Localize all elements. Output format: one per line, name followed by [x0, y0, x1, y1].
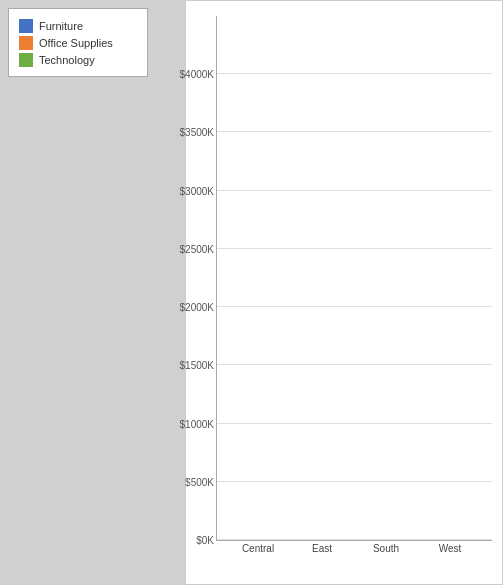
y-tick-label: $500K	[185, 476, 214, 487]
legend-item-label: Furniture	[39, 20, 83, 32]
legend-items: Furniture Office Supplies Technology	[19, 19, 137, 67]
x-axis-label: Central	[233, 543, 283, 554]
y-tick-label: $3000K	[180, 185, 214, 196]
y-tick-label: $3500K	[180, 127, 214, 138]
y-tick-label: $1000K	[180, 418, 214, 429]
legend-item: Technology	[19, 53, 137, 67]
y-tick-label: $4000K	[180, 69, 214, 80]
y-tick-label: $1500K	[180, 360, 214, 371]
y-axis-label	[196, 16, 216, 554]
chart-inner: $0K$500K$1000K$1500K$2000K$2500K$3000K$3…	[196, 16, 492, 554]
legend-color-swatch	[19, 36, 33, 50]
y-tick-label: $2500K	[180, 243, 214, 254]
chart-body: $0K$500K$1000K$1500K$2000K$2500K$3000K$3…	[216, 16, 492, 554]
y-tick-label: $0K	[196, 535, 214, 546]
legend-color-swatch	[19, 19, 33, 33]
grid-and-bars: $0K$500K$1000K$1500K$2000K$2500K$3000K$3…	[216, 16, 492, 541]
legend-item-label: Technology	[39, 54, 95, 66]
legend-item-label: Office Supplies	[39, 37, 113, 49]
legend-color-swatch	[19, 53, 33, 67]
x-labels: CentralEastSouthWest	[216, 543, 492, 554]
x-axis-label: East	[297, 543, 347, 554]
main-container: Furniture Office Supplies Technology $0K…	[0, 0, 503, 585]
chart-area: $0K$500K$1000K$1500K$2000K$2500K$3000K$3…	[185, 0, 503, 585]
x-axis-label: West	[425, 543, 475, 554]
legend-item: Office Supplies	[19, 36, 137, 50]
legend-box: Furniture Office Supplies Technology	[8, 8, 148, 77]
y-tick-label: $2000K	[180, 302, 214, 313]
bars-container	[217, 16, 492, 540]
x-axis-label: South	[361, 543, 411, 554]
left-panel: Furniture Office Supplies Technology	[0, 0, 185, 585]
legend-item: Furniture	[19, 19, 137, 33]
